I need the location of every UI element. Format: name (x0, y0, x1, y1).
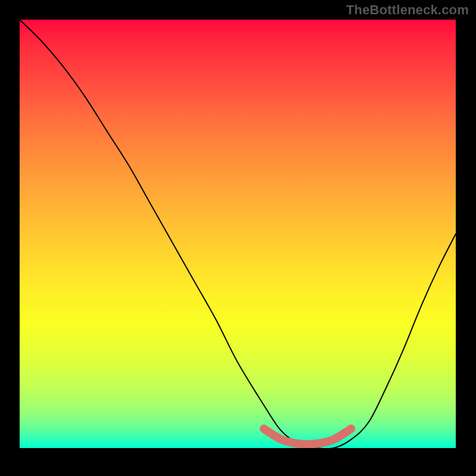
bottleneck-curve (20, 20, 456, 448)
curve-layer (20, 20, 456, 448)
optimum-band (264, 429, 352, 444)
chart-container: TheBottleneck.com (0, 0, 476, 476)
plot-gradient-area (20, 20, 456, 448)
attribution-watermark: TheBottleneck.com (346, 2, 469, 18)
